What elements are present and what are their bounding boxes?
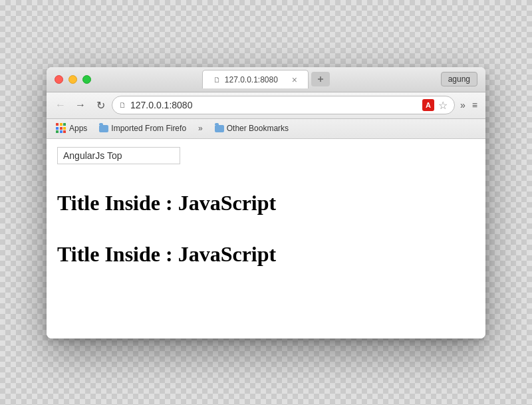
bookmarks-bar: Apps Imported From Firefo » Other Bookma… bbox=[47, 119, 485, 139]
angularjs-top-input[interactable] bbox=[57, 147, 180, 164]
nav-bar: ← → ↻ 🗋 127.0.0.1:8080 A ☆ » ≡ bbox=[47, 92, 485, 119]
star-icon[interactable]: ☆ bbox=[438, 99, 448, 112]
traffic-lights bbox=[55, 75, 91, 84]
address-bar[interactable]: 🗋 127.0.0.1:8080 A ☆ bbox=[112, 96, 455, 114]
nav-extra-buttons: » ≡ bbox=[458, 98, 480, 112]
apps-grid-icon bbox=[56, 123, 66, 134]
page-content: Title Inside : JavaScript Title Inside :… bbox=[47, 139, 485, 338]
imported-label: Imported From Firefo bbox=[111, 124, 186, 133]
address-text: 127.0.0.1:8080 bbox=[130, 100, 418, 110]
maximize-button[interactable] bbox=[82, 75, 91, 84]
close-button[interactable] bbox=[55, 75, 63, 84]
tab-favicon-icon: 🗋 bbox=[213, 76, 221, 84]
apps-bookmark[interactable]: Apps bbox=[53, 122, 90, 135]
tab-title: 127.0.0.1:8080 bbox=[225, 75, 288, 84]
tab-close-icon[interactable]: × bbox=[292, 75, 297, 84]
other-folder-icon bbox=[215, 125, 224, 132]
browser-window: 🗋 127.0.0.1:8080 × agung ← → ↻ 🗋 127.0.0… bbox=[47, 67, 485, 338]
address-favicon-icon: 🗋 bbox=[119, 101, 126, 109]
title-1: Title Inside : JavaScript bbox=[57, 191, 475, 215]
reload-button[interactable]: ↻ bbox=[92, 96, 109, 114]
title-bar: 🗋 127.0.0.1:8080 × agung bbox=[47, 67, 485, 92]
other-bookmarks-label: Other Bookmarks bbox=[227, 124, 289, 133]
minimize-button[interactable] bbox=[68, 75, 77, 84]
profile-button[interactable]: agung bbox=[441, 72, 477, 86]
new-tab-icon bbox=[317, 76, 324, 82]
tab-bar: 🗋 127.0.0.1:8080 × bbox=[91, 70, 441, 88]
folder-icon bbox=[99, 125, 108, 132]
menu-button[interactable]: ≡ bbox=[469, 98, 480, 112]
imported-bookmark[interactable]: Imported From Firefo bbox=[96, 122, 189, 134]
title-2: Title Inside : JavaScript bbox=[57, 242, 475, 267]
forward-button[interactable]: → bbox=[72, 96, 89, 114]
other-bookmarks[interactable]: Other Bookmarks bbox=[212, 122, 291, 134]
new-tab-button[interactable] bbox=[311, 72, 330, 86]
back-button[interactable]: ← bbox=[52, 96, 69, 114]
bookmarks-more-icon[interactable]: » bbox=[198, 124, 203, 133]
extensions-button[interactable]: » bbox=[458, 98, 468, 112]
active-tab[interactable]: 🗋 127.0.0.1:8080 × bbox=[202, 70, 309, 88]
apps-label: Apps bbox=[69, 124, 87, 133]
angular-icon: A bbox=[422, 99, 434, 111]
